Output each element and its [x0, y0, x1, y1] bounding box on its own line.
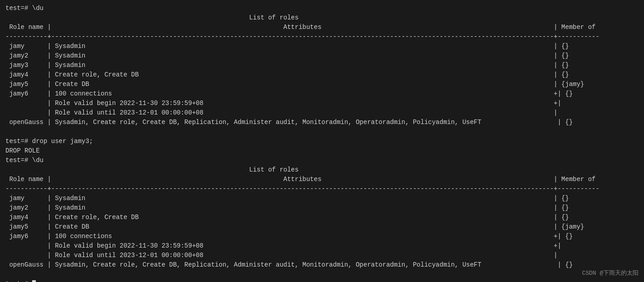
terminal-content: test=# \du List of roles Role name | Att… — [5, 4, 639, 282]
terminal-window: test=# \du List of roles Role name | Att… — [5, 4, 639, 282]
watermark: CSDN @下雨天的太阳 — [582, 269, 639, 278]
